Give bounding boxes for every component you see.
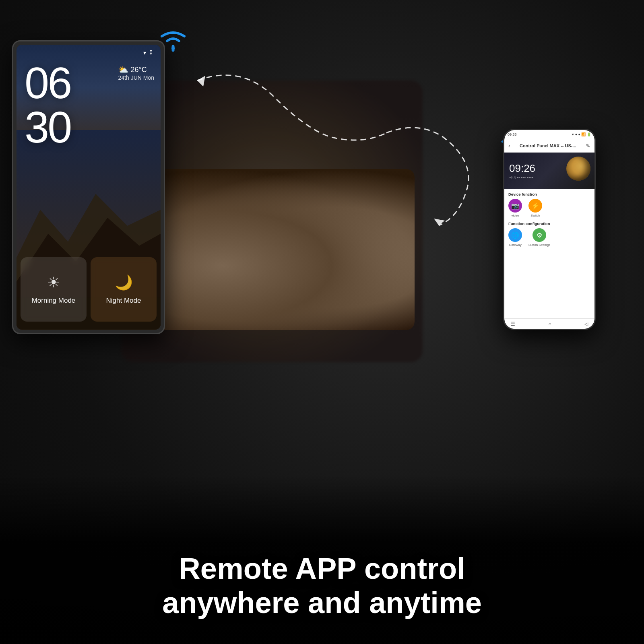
phone-app-title: Control Panel MAX -- US-... [514, 143, 582, 148]
weather-temp: 26°C [131, 66, 147, 74]
tablet-time-display: 06 30 [25, 61, 70, 149]
weather-icon: ⛅ [118, 65, 128, 74]
gateway-function-item[interactable]: 🌐 Gateway [508, 228, 522, 247]
switch-icon-circle: ⚡ [528, 199, 542, 213]
config-functions-row: 🌐 Gateway ⚙ Button Settings [508, 228, 590, 247]
phone-status-icons: ▾ ● ● 📶 🔋 [572, 132, 591, 136]
phone-app-header: ‹ Control Panel MAX -- US-... ✎ [504, 139, 594, 153]
tablet-hour: 06 [25, 61, 70, 105]
bottom-line-1: Remote APP control [24, 551, 620, 586]
night-mode-button[interactable]: 🌙 Night Mode [91, 257, 157, 322]
button-settings-icon: ⚙ [537, 231, 542, 239]
sofa-area [141, 169, 415, 330]
wifi-status-icon: ▾ [143, 50, 146, 56]
moon-mode-icon: 🌙 [115, 274, 133, 291]
morning-mode-button[interactable]: ☀ Morning Mode [21, 257, 87, 322]
edit-icon[interactable]: ✎ [586, 142, 590, 149]
menu-nav-icon[interactable]: ☰ [511, 321, 515, 327]
video-icon-circle: 📷 [508, 199, 522, 213]
morning-mode-label: Morning Mode [32, 297, 76, 305]
switch-icon: ⚡ [531, 202, 539, 210]
preview-date: ●日月●● ●●● ●●●● [509, 175, 535, 180]
home-nav-icon[interactable]: ○ [548, 321, 551, 327]
sun-mode-icon: ☀ [47, 274, 60, 291]
gateway-label: Gateway [509, 243, 522, 247]
tablet-mode-buttons: ☀ Morning Mode 🌙 Night Mode [21, 257, 157, 322]
video-label: video [511, 214, 519, 217]
tablet-weather: ⛅ 26°C 24th JUN Mon [118, 65, 154, 81]
preview-moon [566, 157, 590, 181]
device-function-title: Device function [508, 192, 590, 196]
phone-nav-bar: ☰ ○ ◁ [504, 318, 594, 329]
gateway-icon: 🌐 [511, 231, 519, 239]
mic-icon: 🎙 [149, 50, 154, 56]
video-function-item[interactable]: 📷 video [508, 199, 522, 217]
phone-device: 09:55 ▾ ● ● 📶 🔋 ‹ Control Panel MAX -- U… [503, 129, 596, 330]
back-icon[interactable]: ‹ [508, 142, 510, 149]
button-settings-icon-circle: ⚙ [533, 228, 546, 242]
night-mode-label: Night Mode [106, 297, 141, 305]
bottom-line-2: anywhere and anytime [24, 586, 620, 620]
bottom-tagline: Remote APP control anywhere and anytime [0, 551, 644, 620]
tablet-minute: 30 [25, 105, 70, 149]
preview-clock: 09:26 [509, 162, 535, 175]
switch-function-item[interactable]: ⚡ Switch [528, 199, 542, 217]
gateway-icon-circle: 🌐 [508, 228, 522, 242]
phone-status-bar: 09:55 ▾ ● ● 📶 🔋 [504, 130, 594, 139]
phone-preview: 09:26 ●日月●● ●●● ●●●● [504, 153, 594, 189]
svg-point-2 [171, 47, 175, 50]
button-settings-label: Button Settings [528, 243, 550, 247]
button-settings-item[interactable]: ⚙ Button Settings [528, 228, 550, 247]
phone-time: 09:55 [508, 132, 517, 136]
video-icon: 📷 [511, 202, 519, 210]
tablet-status-bar: ▾ 🎙 [17, 48, 161, 58]
weather-date: 24th JUN Mon [118, 74, 154, 81]
device-functions-row: 📷 video ⚡ Switch [508, 199, 590, 217]
back-nav-icon[interactable]: ◁ [584, 321, 588, 327]
switch-label: Switch [530, 214, 540, 217]
function-config-title: Function configuration [508, 221, 590, 226]
tablet-device: ▾ 🎙 06 30 ⛅ 26°C 24th JUN Mon ☀ M [12, 40, 165, 334]
phone-content: Device function 📷 video ⚡ Switch [504, 189, 594, 318]
